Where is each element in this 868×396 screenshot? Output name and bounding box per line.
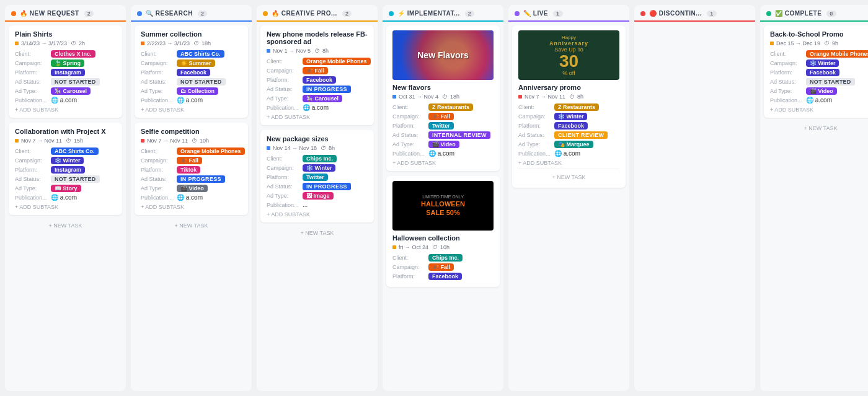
add-subtask-anniversary-promo[interactable]: + ADD SUBTASK bbox=[518, 160, 619, 166]
card-dates-new-phone-models: Nov 1 → Nov 5 ⏱ 8h bbox=[267, 48, 368, 54]
add-subtask-back-to-school[interactable]: + ADD SUBTASK bbox=[770, 107, 868, 113]
card-anniversary-promo: Happy Anniversary Save Up To 30 % off An… bbox=[512, 25, 626, 188]
field-label-anniversary-promo-3: Ad Status: bbox=[518, 132, 551, 138]
field-label-new-package-sizes-2: Platform: bbox=[267, 174, 299, 180]
card-title-new-package-sizes: New package sizes bbox=[267, 135, 368, 143]
field-label-new-phone-models-0: Client: bbox=[267, 58, 299, 64]
col-dot-creative-pro bbox=[263, 11, 268, 16]
card-title-selfie-competition: Selfie competition bbox=[141, 128, 242, 135]
status-badge-new-phone-models-3: IN PROGRESS bbox=[303, 86, 351, 93]
card-field-halloween-collection-1: Campaign:🍂 Fall bbox=[392, 263, 494, 271]
col-title-creative-pro: 🔥 CREATIVE PRO... bbox=[272, 10, 337, 17]
field-label-collaboration-0: Client: bbox=[15, 148, 47, 154]
col-title-complete: ✅ COMPLETE bbox=[775, 10, 822, 17]
field-label-new-flavors-4: Ad Type: bbox=[392, 141, 425, 147]
new-task-research[interactable]: + NEW TASK bbox=[135, 220, 248, 231]
add-subtask-new-flavors[interactable]: + ADD SUBTASK bbox=[392, 160, 494, 166]
field-text-anniversary-promo-5: 🌐 a.com bbox=[554, 150, 580, 157]
field-label-back-to-school-1: Campaign: bbox=[770, 60, 802, 66]
card-field-selfie-competition-2: Platform:Tiktok bbox=[141, 166, 242, 174]
hours-new-flavors: 18h bbox=[450, 94, 459, 100]
field-badge-new-phone-models-4: 🎠 Carousel bbox=[303, 95, 342, 102]
date-flag-collaboration bbox=[15, 139, 19, 143]
new-task-new-request[interactable]: + NEW TASK bbox=[9, 220, 122, 231]
add-subtask-collaboration[interactable]: + ADD SUBTASK bbox=[15, 204, 116, 210]
date-flag-plain-shirts bbox=[15, 42, 19, 45]
card-dates-summer-collection: 2/22/23 → 3/1/23 ⏱ 18h bbox=[141, 40, 242, 46]
field-label-new-flavors-1: Campaign: bbox=[392, 113, 425, 120]
clock-icon-summer-collection: ⏱ bbox=[193, 40, 199, 46]
field-text-summer-collection-5: 🌐 a.com bbox=[177, 97, 203, 103]
card-title-plain-shirts: Plain Shirts bbox=[15, 30, 116, 38]
card-field-summer-collection-5: Publication...🌐 a.com bbox=[141, 97, 242, 103]
column-body-research: Summer collection 2/22/23 → 3/1/23 ⏱ 18h… bbox=[131, 22, 252, 391]
hours-selfie-competition: 10h bbox=[200, 138, 209, 144]
col-dot-complete bbox=[766, 11, 771, 16]
new-task-complete[interactable]: + NEW TASK bbox=[764, 123, 868, 134]
column-creative-pro: 🔥 CREATIVE PRO... 2 New phone models rel… bbox=[257, 5, 378, 391]
field-label-collaboration-1: Campaign: bbox=[15, 157, 47, 164]
card-field-plain-shirts-0: Client:Clothes X Inc. bbox=[15, 50, 116, 58]
add-subtask-selfie-competition[interactable]: + ADD SUBTASK bbox=[141, 204, 242, 210]
date-flag-selfie-competition bbox=[141, 139, 144, 143]
add-subtask-plain-shirts[interactable]: + ADD SUBTASK bbox=[15, 107, 116, 113]
field-label-new-flavors-3: Ad Status: bbox=[392, 132, 425, 138]
card-image-new-flavors: New Flavors bbox=[392, 30, 494, 80]
card-field-back-to-school-0: Client:Orange Mobile Phones bbox=[770, 50, 868, 58]
field-badge-new-package-sizes-4: 🖼 Image bbox=[303, 192, 334, 200]
card-field-anniversary-promo-2: Platform:Facebook bbox=[518, 122, 619, 130]
field-label-summer-collection-3: Ad Status: bbox=[141, 79, 173, 85]
card-field-halloween-collection-2: Platform:Facebook bbox=[392, 273, 494, 280]
card-field-new-package-sizes-2: Platform:Twitter bbox=[267, 174, 368, 181]
card-field-new-phone-models-4: Ad Type:🎠 Carousel bbox=[267, 95, 368, 102]
card-field-anniversary-promo-5: Publication...🌐 a.com bbox=[518, 150, 619, 157]
card-title-back-to-school: Back-to-School Promo bbox=[770, 30, 868, 38]
card-title-new-phone-models: New phone models release FB-sponsored ad bbox=[267, 30, 368, 45]
date-flag-halloween-collection bbox=[392, 245, 396, 249]
clock-icon-collaboration: ⏱ bbox=[66, 138, 71, 144]
add-subtask-new-package-sizes[interactable]: + ADD SUBTASK bbox=[267, 211, 368, 218]
field-label-new-flavors-5: Publication... bbox=[392, 151, 425, 157]
card-halloween-collection: LIMITED TIME ONLY HALLOWEENSALE 50% Hall… bbox=[386, 176, 500, 287]
col-title-implementation: ⚡ IMPLEMENTAT... bbox=[397, 10, 460, 17]
column-body-new-request: Plain Shirts 3/14/23 → 3/17/23 ⏱ 2h Clie… bbox=[5, 22, 126, 391]
column-header-creative-pro: 🔥 CREATIVE PRO... 2 bbox=[257, 5, 378, 22]
field-label-selfie-competition-4: Ad Type: bbox=[141, 185, 173, 191]
col-count-complete: 0 bbox=[826, 11, 836, 17]
field-label-halloween-collection-0: Client: bbox=[392, 255, 425, 261]
column-header-live: ✏️ LIVE 1 bbox=[508, 5, 629, 22]
halloween-limited: LIMITED TIME ONLY bbox=[422, 195, 464, 199]
card-field-plain-shirts-3: Ad Status:NOT STARTED bbox=[15, 78, 116, 86]
add-subtask-summer-collection[interactable]: + ADD SUBTASK bbox=[141, 107, 242, 113]
new-task-creative-pro[interactable]: + NEW TASK bbox=[260, 227, 374, 239]
card-back-to-school: Back-to-School Promo Dec 15 → Dec 19 ⏱ 9… bbox=[764, 25, 868, 118]
field-label-halloween-collection-1: Campaign: bbox=[392, 264, 425, 270]
date-range-new-phone-models: Nov 1 → Nov 5 bbox=[273, 48, 311, 54]
status-badge-new-flavors-3: INTERNAL REVIEW bbox=[428, 131, 490, 139]
field-label-collaboration-3: Ad Status: bbox=[15, 176, 47, 182]
card-collaboration: Collaboration with Project X Nov 7 → Nov… bbox=[9, 123, 122, 215]
card-field-selfie-competition-5: Publication...🌐 a.com bbox=[141, 194, 242, 201]
new-task-in-card-anniversary-promo[interactable]: + NEW TASK bbox=[518, 172, 619, 183]
date-range-collaboration: Nov 7 → Nov 11 bbox=[21, 138, 62, 144]
field-badge-back-to-school-2: Facebook bbox=[806, 69, 839, 76]
field-label-new-package-sizes-5: Publication... bbox=[267, 202, 299, 208]
date-range-back-to-school: Dec 15 → Dec 19 bbox=[776, 40, 820, 46]
card-field-new-flavors-3: Ad Status:INTERNAL REVIEW bbox=[392, 131, 494, 139]
field-label-new-flavors-0: Client: bbox=[392, 104, 425, 110]
clock-icon-plain-shirts: ⏱ bbox=[71, 40, 76, 46]
field-badge-summer-collection-4: 🗂 Collection bbox=[177, 87, 218, 95]
clock-icon-anniversary-promo: ⏱ bbox=[569, 94, 575, 100]
field-label-summer-collection-5: Publication... bbox=[141, 97, 173, 103]
add-subtask-new-phone-models[interactable]: + ADD SUBTASK bbox=[267, 114, 368, 120]
status-badge-plain-shirts-3: NOT STARTED bbox=[51, 78, 100, 86]
card-field-new-phone-models-3: Ad Status:IN PROGRESS bbox=[267, 86, 368, 93]
card-field-anniversary-promo-1: Campaign:❄️ Winter bbox=[518, 113, 619, 120]
halloween-text: HALLOWEENSALE 50% bbox=[421, 200, 465, 216]
field-label-new-package-sizes-3: Ad Status: bbox=[267, 183, 299, 190]
field-label-plain-shirts-5: Publication... bbox=[15, 97, 47, 103]
field-badge-selfie-competition-4: 🎬 Video bbox=[177, 185, 208, 192]
date-range-new-flavors: Oct 31 → Nov 4 bbox=[399, 94, 438, 100]
field-badge-back-to-school-1: ❄️ Winter bbox=[806, 59, 839, 67]
col-title-new-request: 🔥 NEW REQUEST bbox=[20, 10, 79, 17]
